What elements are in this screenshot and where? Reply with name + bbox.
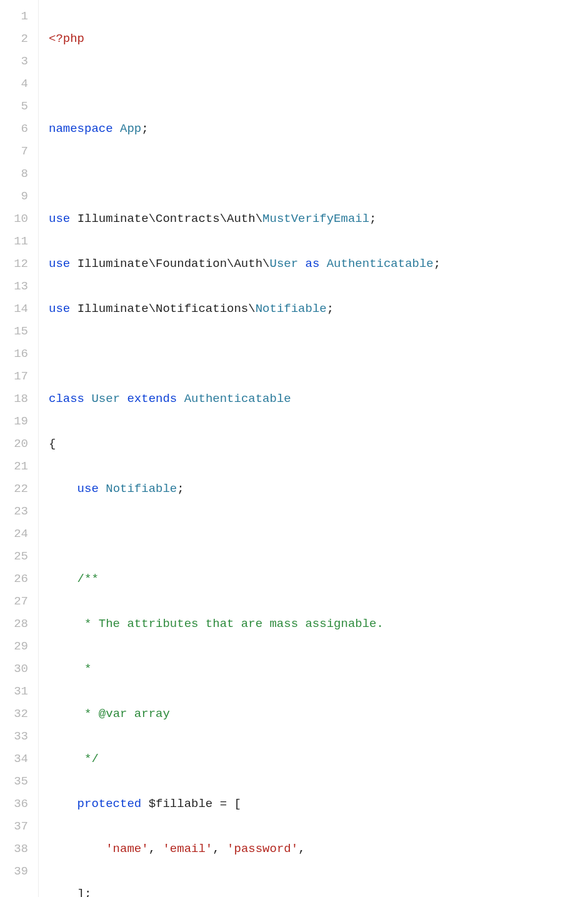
- line-number: 3: [0, 50, 38, 73]
- string: 'password': [227, 842, 298, 856]
- line-number: 13: [0, 275, 38, 298]
- line-number: 17: [0, 365, 38, 388]
- line-number: 7: [0, 140, 38, 163]
- line-number: 29: [0, 635, 38, 658]
- line-number: 36: [0, 793, 38, 815]
- class-name: User: [269, 257, 298, 271]
- semicolon: ;: [327, 302, 334, 316]
- code-line: use Illuminate\Foundation\Auth\User as A…: [49, 253, 462, 275]
- code-line: protected $fillable = [: [49, 793, 462, 815]
- semicolon: ;: [369, 212, 376, 226]
- semicolon: ;: [434, 257, 441, 271]
- code-line: use Illuminate\Notifications\Notifiable;: [49, 298, 462, 320]
- code-line: [49, 523, 462, 545]
- brace-open: {: [49, 437, 56, 451]
- class-name: Notifiable: [256, 302, 327, 316]
- keyword-use: use: [49, 212, 70, 226]
- use-path: Illuminate\Notifications\: [77, 302, 256, 316]
- line-number: 38: [0, 838, 38, 860]
- keyword-use: use: [49, 257, 70, 271]
- code-line: /**: [49, 568, 462, 590]
- line-number: 9: [0, 185, 38, 208]
- line-number: 32: [0, 703, 38, 725]
- code-line: class User extends Authenticatable: [49, 388, 462, 410]
- keyword-class: class: [49, 392, 84, 406]
- code-line: [49, 163, 462, 185]
- docblock-line: *: [77, 707, 99, 721]
- keyword-protected: protected: [77, 797, 142, 811]
- keyword-namespace: namespace: [49, 122, 113, 136]
- line-number: 18: [0, 388, 38, 410]
- line-number: 11: [0, 230, 38, 253]
- line-number: 5: [0, 95, 38, 118]
- code-line: {: [49, 433, 462, 455]
- line-number: 21: [0, 455, 38, 478]
- line-number: 4: [0, 73, 38, 95]
- docblock-open: /**: [77, 572, 99, 586]
- code-editor: 1234567891011121314151617181920212223242…: [0, 0, 588, 897]
- line-number: 30: [0, 658, 38, 680]
- line-number: 10: [0, 208, 38, 230]
- variable: $fillable: [149, 797, 213, 811]
- code-line: *: [49, 658, 462, 680]
- namespace-name: App: [120, 122, 141, 136]
- class-name: MustVerifyEmail: [262, 212, 369, 226]
- php-open-tag: <?php: [49, 32, 84, 46]
- code-line: use Illuminate\Contracts\Auth\MustVerify…: [49, 208, 462, 230]
- string: 'name': [106, 842, 148, 856]
- code-line: * @var array: [49, 703, 462, 725]
- semicolon: ;: [141, 122, 148, 136]
- line-number-gutter: 1234567891011121314151617181920212223242…: [0, 0, 39, 897]
- code-line: [49, 73, 462, 95]
- line-number: 2: [0, 28, 38, 50]
- docblock-line: * The attributes that are mass assignabl…: [77, 617, 384, 631]
- code-line: <?php: [49, 28, 462, 50]
- string: 'email': [162, 842, 212, 856]
- code-line: ];: [49, 883, 462, 897]
- code-area: <?php namespace App; use Illuminate\Cont…: [39, 0, 462, 897]
- code-line: 'name', 'email', 'password',: [49, 838, 462, 860]
- close-array: ];: [77, 887, 92, 897]
- code-line: namespace App;: [49, 118, 462, 140]
- line-number: 23: [0, 500, 38, 523]
- line-number: 22: [0, 478, 38, 500]
- line-number: 37: [0, 815, 38, 838]
- line-number: 20: [0, 433, 38, 455]
- docblock-close: */: [77, 752, 99, 766]
- line-number: 26: [0, 568, 38, 590]
- line-number: 27: [0, 590, 38, 613]
- line-number: 39: [0, 860, 38, 883]
- code-line: [49, 343, 462, 365]
- line-number: 12: [0, 253, 38, 275]
- trait-name: Notifiable: [106, 482, 177, 496]
- line-number: 8: [0, 163, 38, 185]
- line-number: 33: [0, 725, 38, 748]
- code-line: use Notifiable;: [49, 478, 462, 500]
- keyword-use: use: [49, 302, 70, 316]
- line-number: 24: [0, 523, 38, 545]
- use-path: Illuminate\Contracts\Auth\: [77, 212, 262, 226]
- line-number: 6: [0, 118, 38, 140]
- code-line: * The attributes that are mass assignabl…: [49, 613, 462, 635]
- keyword-as: as: [306, 257, 320, 271]
- line-number: 25: [0, 545, 38, 568]
- line-number: 28: [0, 613, 38, 635]
- line-number: 34: [0, 748, 38, 770]
- code-line: */: [49, 748, 462, 770]
- parent-class: Authenticatable: [184, 392, 291, 406]
- keyword-use: use: [77, 482, 99, 496]
- assign-open: = [: [212, 797, 241, 811]
- line-number: 15: [0, 320, 38, 343]
- line-number: 1: [0, 5, 38, 28]
- line-number: 35: [0, 770, 38, 793]
- line-number: 19: [0, 410, 38, 433]
- semicolon: ;: [177, 482, 184, 496]
- docblock-tag: @var: [99, 707, 127, 721]
- alias-name: Authenticatable: [327, 257, 434, 271]
- docblock-line: *: [77, 662, 92, 676]
- line-number: 14: [0, 298, 38, 320]
- class-name: User: [91, 392, 120, 406]
- docblock-type: array: [127, 707, 169, 721]
- keyword-extends: extends: [127, 392, 177, 406]
- line-number: 31: [0, 680, 38, 703]
